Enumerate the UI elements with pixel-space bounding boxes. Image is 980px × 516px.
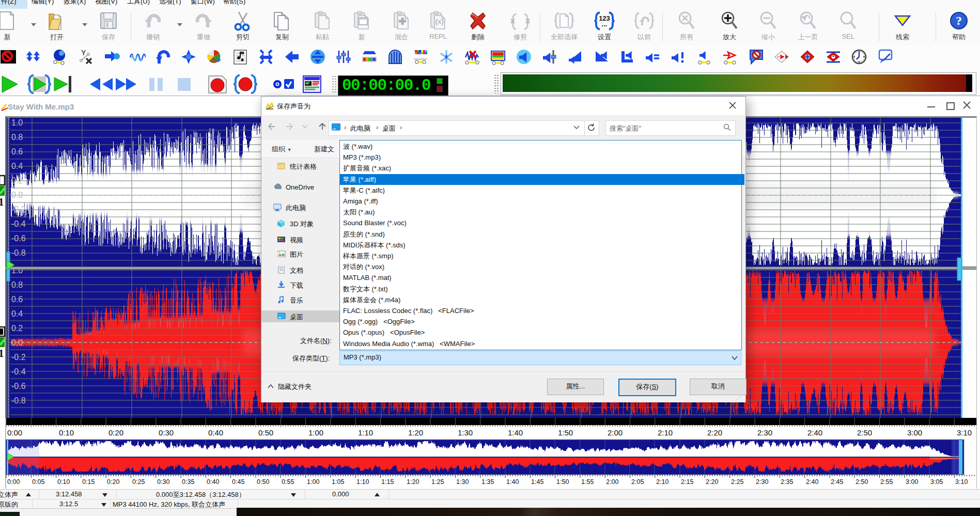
svg-text:2:20: 2:20	[706, 478, 718, 486]
svg-text:0:00: 0:00	[7, 478, 20, 486]
svg-text:1:00: 1:00	[307, 478, 319, 486]
svg-text:2:05: 2:05	[631, 478, 644, 486]
svg-text:0.8: 0.8	[11, 280, 23, 289]
svg-text:0.4: 0.4	[11, 162, 23, 170]
svg-text:0:10: 0:10	[59, 428, 74, 437]
svg-text:-0.4: -0.4	[11, 367, 26, 376]
svg-text:2:20: 2:20	[707, 428, 722, 437]
svg-text:-0.6: -0.6	[11, 234, 26, 243]
svg-text:0:25: 0:25	[132, 478, 145, 486]
svg-text:1.0: 1.0	[11, 118, 23, 127]
svg-text:?: ?	[956, 14, 962, 27]
svg-text:1: 1	[0, 196, 4, 208]
svg-text:1:30: 1:30	[458, 428, 473, 437]
svg-text:3:10: 3:10	[955, 478, 968, 486]
svg-text:1:30: 1:30	[456, 478, 469, 486]
svg-text:1:10: 1:10	[358, 428, 373, 437]
svg-text:0:10: 0:10	[57, 478, 70, 486]
svg-text:0.0: 0.0	[11, 338, 23, 347]
svg-text:...: ...	[602, 20, 608, 28]
svg-text:1:40: 1:40	[506, 478, 519, 486]
svg-text:{x}: {x}	[435, 18, 444, 25]
svg-text:0.4: 0.4	[11, 309, 23, 318]
svg-text:2:50: 2:50	[855, 478, 868, 486]
svg-text:2:10: 2:10	[658, 428, 673, 437]
svg-text:1:00: 1:00	[308, 428, 323, 437]
svg-text:2:40: 2:40	[807, 428, 822, 437]
svg-text:1:05: 1:05	[332, 478, 344, 486]
svg-text:2:00: 2:00	[608, 428, 623, 437]
svg-text:2:45: 2:45	[831, 478, 843, 486]
svg-text:0.0: 0.0	[11, 191, 23, 199]
svg-text:2:15: 2:15	[681, 478, 693, 486]
svg-text:0.2: 0.2	[11, 324, 23, 333]
svg-text:1:45: 1:45	[531, 478, 543, 486]
svg-text:2:50: 2:50	[857, 428, 872, 437]
svg-text:-0.4: -0.4	[11, 220, 26, 228]
svg-text:0:30: 0:30	[157, 478, 169, 486]
svg-text:2:30: 2:30	[757, 428, 772, 437]
svg-text:0:45: 0:45	[232, 478, 244, 486]
svg-text:Y: Y	[81, 49, 86, 57]
svg-text:1:35: 1:35	[481, 478, 494, 486]
svg-text:3:05: 3:05	[930, 478, 943, 486]
svg-text:2:35: 2:35	[781, 478, 793, 486]
svg-text:1:20: 1:20	[408, 428, 423, 437]
svg-text:1:25: 1:25	[431, 478, 444, 486]
svg-text:1:50: 1:50	[558, 428, 573, 437]
svg-text:-0.6: -0.6	[11, 382, 26, 390]
svg-text:-0.2: -0.2	[11, 205, 26, 214]
svg-text:0.8: 0.8	[11, 133, 23, 142]
svg-text:0:50: 0:50	[257, 478, 269, 486]
svg-text:0.6: 0.6	[11, 295, 23, 304]
svg-text:2:55: 2:55	[880, 478, 893, 486]
svg-text:0:50: 0:50	[258, 428, 273, 437]
svg-text:2:30: 2:30	[756, 478, 768, 486]
svg-text:0:20: 0:20	[108, 428, 123, 437]
svg-text:1:10: 1:10	[356, 478, 369, 486]
svg-text:0.6: 0.6	[11, 147, 23, 156]
svg-text:1: 1	[0, 347, 4, 359]
svg-text:0:15: 0:15	[82, 478, 95, 486]
svg-text:2:10: 2:10	[656, 478, 668, 486]
svg-text:0:55: 0:55	[282, 478, 294, 486]
svg-text:1:15: 1:15	[381, 478, 394, 486]
svg-text:1:20: 1:20	[407, 478, 419, 486]
svg-text:1:40: 1:40	[508, 428, 523, 437]
svg-text:3:00: 3:00	[907, 428, 922, 437]
svg-text:1:50: 1:50	[556, 478, 569, 486]
svg-text:0:30: 0:30	[159, 428, 174, 437]
svg-text:0:40: 0:40	[207, 478, 219, 486]
svg-text:2:25: 2:25	[731, 478, 743, 486]
svg-text:-0.8: -0.8	[11, 396, 26, 405]
svg-text:0:35: 0:35	[182, 478, 194, 486]
svg-text:3:10: 3:10	[957, 428, 972, 437]
svg-text:3:00: 3:00	[906, 478, 918, 486]
svg-text:0:00: 0:00	[7, 428, 22, 437]
svg-text:0:40: 0:40	[208, 428, 223, 437]
svg-text:0.2: 0.2	[11, 176, 23, 185]
svg-text:2:40: 2:40	[806, 478, 818, 486]
svg-text:-0.8: -0.8	[11, 248, 26, 257]
svg-text:1:55: 1:55	[581, 478, 594, 486]
svg-text:2:00: 2:00	[606, 478, 618, 486]
svg-text:-0.2: -0.2	[11, 353, 26, 362]
svg-text:0:20: 0:20	[107, 478, 119, 486]
svg-text:0:05: 0:05	[32, 478, 44, 486]
